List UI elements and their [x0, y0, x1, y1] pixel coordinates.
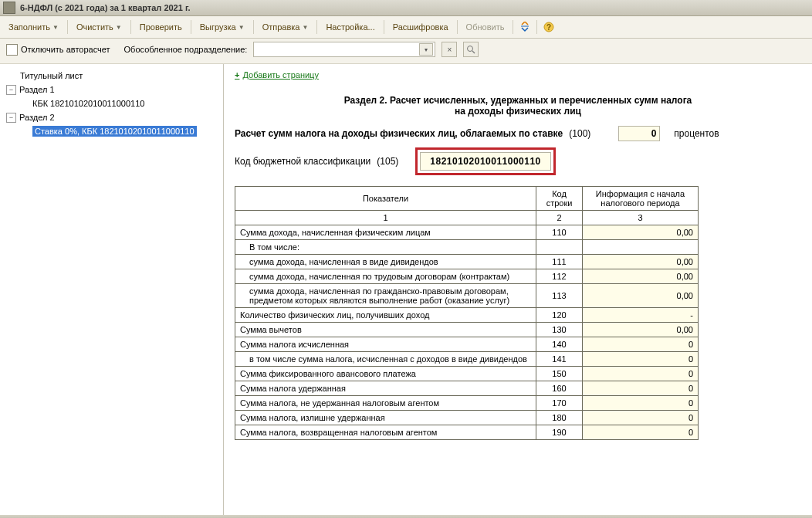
separator	[513, 20, 513, 34]
indicator-cell: В том числе:	[235, 240, 536, 255]
value-cell[interactable]: 0,00	[583, 255, 699, 269]
code-cell: 160	[536, 381, 583, 396]
indicator-cell: Сумма налога, не удержанная налоговым аг…	[235, 396, 536, 411]
table-row: Сумма налога, излишне удержанная1800	[235, 411, 699, 425]
table-number-row: 1 2 3	[235, 211, 699, 225]
table-row: Сумма налога удержанная1600	[235, 381, 699, 396]
kbk-input[interactable]: 18210102010011000110	[420, 152, 550, 171]
value-cell[interactable]: 0,00	[583, 269, 699, 284]
help-button[interactable]: ?	[540, 19, 557, 35]
action-icon	[519, 22, 530, 32]
tree-section-2[interactable]: − Раздел 2	[3, 110, 220, 124]
action-button[interactable]	[516, 19, 533, 35]
fill-button[interactable]: Заполнить▼	[3, 20, 64, 34]
indicators-table: Показатели Код строки Информация с начал…	[235, 186, 699, 440]
value-cell[interactable]: 0	[583, 381, 699, 396]
table-row: в том числе сумма налога, исчисленная с …	[235, 352, 699, 367]
chevron-down-icon: ▼	[116, 24, 122, 31]
header-info: Информация с начала налогового периода	[583, 187, 699, 211]
table-row: Сумма дохода, начисленная физическим лиц…	[235, 225, 699, 240]
tree-section-1-kbk[interactable]: КБК 18210102010011000110	[3, 96, 220, 110]
code-cell: 150	[536, 367, 583, 381]
value-cell[interactable]: 0	[583, 425, 699, 440]
check-button[interactable]: Проверить	[134, 20, 188, 34]
separator	[536, 20, 537, 34]
value-cell[interactable]: 0	[583, 396, 699, 411]
subdivision-combo[interactable]: ▾	[253, 42, 435, 57]
header-code: Код строки	[536, 187, 583, 211]
value-cell[interactable]: 0,00	[583, 225, 699, 240]
table-row: Сумма налога, возвращенная налоговым аге…	[235, 425, 699, 440]
indicator-cell: Сумма налога, возвращенная налоговым аге…	[235, 425, 536, 440]
indicator-cell: Сумма налога исчисленная	[235, 337, 536, 352]
chevron-down-icon: ▼	[302, 24, 308, 31]
code-cell: 170	[536, 396, 583, 411]
value-cell[interactable]: 0,00	[583, 323, 699, 337]
export-button[interactable]: Выгрузка▼	[195, 20, 250, 34]
tree-section-1[interactable]: − Раздел 1	[3, 83, 220, 96]
table-row: Сумма налога, не удержанная налоговым аг…	[235, 396, 699, 411]
title-bar: 6-НДФЛ (с 2021 года) за 1 квартал 2021 г…	[0, 0, 812, 16]
code-cell: 113	[536, 284, 583, 308]
indicator-cell: Сумма фиксированного авансового платежа	[235, 367, 536, 381]
app-icon	[3, 2, 15, 14]
search-subdivision-button[interactable]	[463, 42, 479, 57]
kbk-row: Код бюджетной классификации (105) 182101…	[235, 147, 801, 175]
indicator-cell: в том числе сумма налога, исчисленная с …	[235, 352, 536, 367]
search-icon	[466, 45, 475, 54]
checkbox-icon	[6, 44, 18, 56]
send-button[interactable]: Отправка▼	[257, 20, 314, 34]
value-cell[interactable]: 0	[583, 337, 699, 352]
plus-icon: +	[235, 70, 239, 80]
table-header-row: Показатели Код строки Информация с начал…	[235, 187, 699, 211]
window-title: 6-НДФЛ (с 2021 года) за 1 квартал 2021 г…	[20, 3, 190, 12]
code-cell: 141	[536, 352, 583, 367]
indicator-cell: сумма дохода, начисленная в виде дивиден…	[235, 255, 536, 269]
value-cell[interactable]: 0	[583, 411, 699, 425]
tree-section-2-rate[interactable]: Ставка 0%, КБК 18210102010011000110	[3, 124, 220, 138]
collapse-icon[interactable]: −	[6, 85, 16, 95]
indicator-cell: Сумма дохода, начисленная физическим лиц…	[235, 225, 536, 240]
code-cell: 190	[536, 425, 583, 440]
separator	[130, 20, 131, 34]
tree-title-page[interactable]: Титульный лист	[3, 69, 220, 83]
code-cell: 130	[536, 323, 583, 337]
value-cell[interactable]: 0	[583, 367, 699, 381]
chevron-down-icon: ▼	[52, 24, 59, 31]
clear-subdivision-button[interactable]: ×	[442, 42, 457, 57]
indicator-cell: сумма дохода, начисленная по гражданско-…	[235, 284, 536, 308]
separator	[384, 20, 384, 34]
separator	[191, 20, 191, 34]
content-panel: + Добавить страницу Раздел 2. Расчет исч…	[224, 64, 812, 518]
code-cell: 111	[536, 255, 583, 269]
code-cell	[536, 240, 583, 255]
indicator-cell: Сумма налога, излишне удержанная	[235, 411, 536, 425]
value-cell[interactable]: 0,00	[583, 284, 699, 308]
rate-input[interactable]: 0	[618, 126, 660, 141]
settings-button[interactable]: Настройка...	[320, 20, 380, 34]
collapse-icon[interactable]: −	[6, 113, 16, 123]
table-row: Сумма фиксированного авансового платежа1…	[235, 367, 699, 381]
value-cell[interactable]: 0	[583, 352, 699, 367]
table-row: Сумма налога исчисленная1400	[235, 337, 699, 352]
chevron-down-icon[interactable]: ▾	[419, 43, 433, 56]
indicator-cell: Сумма вычетов	[235, 323, 536, 337]
separator	[67, 20, 68, 34]
code-cell: 120	[536, 308, 583, 323]
indicator-cell: Количество физических лиц, получивших до…	[235, 308, 536, 323]
refresh-button[interactable]: Обновить	[461, 20, 510, 34]
indicator-cell: сумма дохода, начисленная по трудовым до…	[235, 269, 536, 284]
header-indicators: Показатели	[235, 187, 536, 211]
indicator-cell: Сумма налога удержанная	[235, 381, 536, 396]
svg-text:?: ?	[546, 23, 551, 32]
table-row: сумма дохода, начисленная по гражданско-…	[235, 284, 699, 308]
code-cell: 110	[536, 225, 583, 240]
clear-button[interactable]: Очистить▼	[71, 20, 127, 34]
add-page-link[interactable]: + Добавить страницу	[235, 70, 319, 80]
value-cell[interactable]: -	[583, 308, 699, 323]
footer-border	[0, 515, 812, 518]
decode-button[interactable]: Расшифровка	[387, 20, 454, 34]
separator	[253, 20, 254, 34]
table-row: В том числе:	[235, 240, 699, 255]
disable-autocalc-checkbox[interactable]: Отключить авторасчет	[6, 44, 110, 56]
